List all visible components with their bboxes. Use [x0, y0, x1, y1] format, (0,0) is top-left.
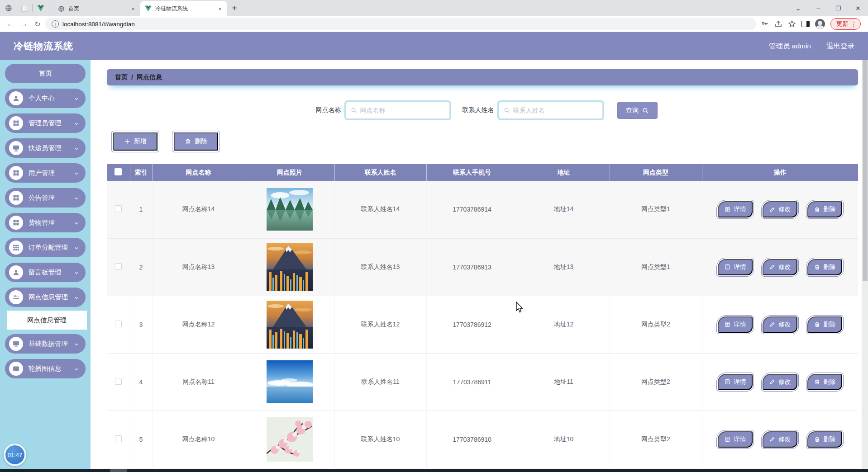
restore-button[interactable]: ❐: [828, 5, 848, 12]
new-tab-button[interactable]: +: [232, 3, 237, 14]
table-row[interactable]: 4 网点名称11 联系人姓名11 17703786911 地址11 网点类型2 …: [107, 353, 858, 411]
forward-icon[interactable]: →: [18, 18, 30, 30]
row-select-cell[interactable]: [107, 181, 130, 238]
row-checkbox[interactable]: [115, 205, 122, 212]
select-all-cell[interactable]: [107, 164, 130, 181]
detail-button[interactable]: 详情: [718, 201, 753, 217]
site-name-input[interactable]: [360, 107, 445, 114]
trash-icon: [814, 321, 820, 327]
clock-badge[interactable]: 01:47: [4, 444, 26, 466]
side-panel-icon[interactable]: [801, 21, 810, 27]
remove-button[interactable]: 删除: [807, 431, 842, 448]
edit-button[interactable]: 修改: [763, 431, 797, 448]
sidebar-item[interactable]: 个人中心: [5, 89, 86, 108]
sidebar-item-label: 用户管理: [29, 169, 74, 177]
tab-close-icon[interactable]: ×: [129, 5, 137, 12]
site-name-field[interactable]: [346, 102, 450, 119]
sidebar-item[interactable]: 基础数据管理: [5, 334, 86, 354]
remove-button[interactable]: 删除: [807, 201, 842, 217]
table-row[interactable]: 3 网点名称12 联系人姓名12 17703786912 地址12 网点类型2 …: [107, 296, 858, 353]
delete-label: 删除: [195, 137, 207, 146]
detail-button[interactable]: 详情: [718, 259, 753, 275]
add-button[interactable]: 新增: [113, 132, 157, 151]
chevron-down-icon: [74, 146, 79, 151]
remove-button[interactable]: 删除: [807, 374, 842, 390]
sidebar-item[interactable]: 公告管理: [5, 188, 86, 208]
row-select-cell[interactable]: [107, 238, 130, 296]
key-icon[interactable]: [761, 20, 769, 28]
detail-button[interactable]: 详情: [718, 431, 753, 448]
menu-kebab-icon[interactable]: ⋮: [851, 21, 857, 28]
sidebar-item[interactable]: 网点信息管理: [5, 288, 86, 307]
trash-icon: [814, 207, 820, 212]
tab-home[interactable]: 首页 ×: [53, 1, 140, 16]
tab-close-icon[interactable]: ×: [216, 5, 224, 12]
row-checkbox[interactable]: [115, 378, 122, 385]
query-button[interactable]: 查询: [617, 102, 658, 119]
delete-button[interactable]: 删除: [174, 132, 218, 151]
sidebar-item[interactable]: 货物管理: [5, 213, 86, 232]
edit-button[interactable]: 修改: [763, 259, 797, 275]
detail-button[interactable]: 详情: [718, 374, 753, 390]
search-form: 网点名称 联系人姓名 查询: [107, 102, 858, 119]
grid3-icon: [9, 241, 23, 255]
row-checkbox[interactable]: [115, 435, 122, 442]
sidebar-item[interactable]: 管理员管理: [5, 113, 86, 133]
cell-contact-name: 联系人姓名10: [334, 411, 426, 468]
tab-app[interactable]: 冷链物流系统 ×: [140, 1, 227, 16]
profile-avatar[interactable]: [815, 19, 825, 29]
vue-icon[interactable]: [37, 4, 45, 12]
row-select-cell[interactable]: [107, 411, 130, 468]
scrollbar-thumb[interactable]: [863, 60, 868, 281]
row-select-cell[interactable]: [107, 296, 130, 353]
row-select-cell[interactable]: [107, 353, 130, 411]
cell-contact-phone: 17703786910: [426, 411, 518, 468]
breadcrumb-home[interactable]: 首页: [115, 73, 128, 81]
detail-button[interactable]: 详情: [718, 316, 753, 333]
vertical-scrollbar[interactable]: [862, 60, 868, 469]
cell-site-photo: [245, 411, 334, 468]
page-info-icon[interactable]: i: [52, 20, 59, 28]
table-row[interactable]: 1 网点名称14 联系人姓名14 17703786914 地址14 网点类型1 …: [107, 181, 858, 238]
edit-button[interactable]: 修改: [763, 201, 797, 217]
chrome-update-button[interactable]: 更新 ⋮: [830, 18, 861, 30]
grid-icon: [9, 116, 23, 130]
edit-button[interactable]: 修改: [763, 316, 797, 333]
contact-name-field[interactable]: [499, 102, 603, 119]
share-icon[interactable]: [774, 20, 782, 28]
logout-link[interactable]: 退出登录: [826, 42, 854, 51]
document-icon: [725, 207, 730, 212]
refresh-icon[interactable]: ↻: [32, 18, 43, 30]
sidebar-item-label: 快递员管理: [29, 144, 74, 152]
row-checkbox[interactable]: [115, 321, 122, 327]
pinned-tabs[interactable]: [0, 4, 53, 12]
select-all-checkbox[interactable]: [114, 168, 122, 175]
sidebar-item[interactable]: 快递员管理: [5, 138, 86, 158]
sidebar-item[interactable]: 订单分配管理: [5, 238, 86, 257]
sidebar-subitem[interactable]: 网点信息管理: [7, 311, 87, 330]
trash-icon: [814, 379, 820, 385]
sidebar-item-home[interactable]: 首页: [5, 64, 86, 83]
contact-name-input[interactable]: [513, 107, 598, 114]
profile-chevron-icon[interactable]: ⌄: [788, 5, 808, 12]
bookmark-star-icon[interactable]: [788, 20, 796, 28]
table-row[interactable]: 5 网点名称10 联系人姓名10 17703786910 地址10 网点类型2 …: [107, 411, 858, 468]
remove-button[interactable]: 删除: [807, 316, 842, 333]
back-icon[interactable]: ←: [5, 18, 16, 30]
close-button[interactable]: ✕: [848, 5, 868, 12]
sidebar-item[interactable]: 轮播图信息: [5, 359, 86, 378]
document-icon: [725, 264, 730, 270]
row-checkbox[interactable]: [115, 263, 122, 270]
url-box[interactable]: i localhost:8081/#/wangdian: [45, 18, 756, 30]
cell-actions: 详情 修改 删除: [702, 296, 858, 353]
globe-icon[interactable]: [5, 4, 13, 12]
col-site-type: 网点类型: [610, 164, 702, 181]
blank-page-icon[interactable]: [21, 5, 28, 12]
sidebar-item[interactable]: 用户管理: [5, 163, 86, 183]
table-row[interactable]: 2 网点名称13 联系人姓名13 17703786913 地址13 网点类型1 …: [107, 238, 858, 296]
pen-icon: [769, 379, 775, 385]
edit-button[interactable]: 修改: [763, 374, 797, 390]
sidebar-item[interactable]: 留言板管理: [5, 263, 86, 282]
minimize-button[interactable]: –: [808, 5, 828, 12]
remove-button[interactable]: 删除: [807, 259, 842, 275]
